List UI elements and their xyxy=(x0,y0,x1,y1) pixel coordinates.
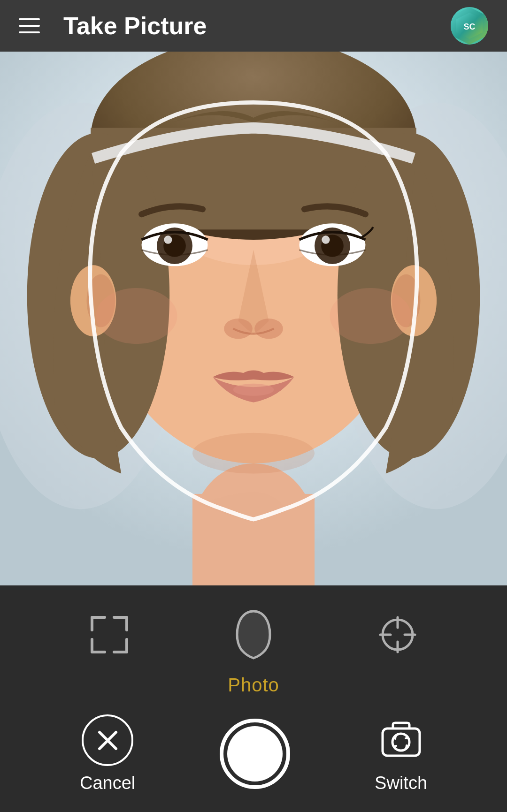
page-title: Take Picture xyxy=(63,12,451,40)
avatar-hexagon: SC xyxy=(451,7,488,45)
face-outline xyxy=(0,52,507,585)
target-icon[interactable] xyxy=(376,614,419,656)
switch-button[interactable]: Switch xyxy=(375,714,427,793)
shutter-inner xyxy=(227,726,283,782)
svg-text:SC: SC xyxy=(463,22,475,31)
menu-icon[interactable] xyxy=(19,13,45,39)
icons-row xyxy=(0,585,507,670)
cancel-button[interactable]: Cancel xyxy=(80,714,135,793)
action-row: Cancel xyxy=(0,714,507,793)
face-guide-icon[interactable] xyxy=(232,609,275,660)
camera-view xyxy=(0,52,507,585)
switch-label: Switch xyxy=(375,773,427,793)
app-header: Take Picture SC xyxy=(0,0,507,52)
bottom-controls: Photo Cancel xyxy=(0,585,507,812)
cancel-label: Cancel xyxy=(80,773,135,793)
cancel-circle xyxy=(82,714,133,766)
avatar[interactable]: SC xyxy=(451,7,488,45)
switch-camera-icon xyxy=(375,714,427,766)
corner-bracket-icon[interactable] xyxy=(88,614,131,656)
photo-label: Photo xyxy=(228,675,279,696)
shutter-button[interactable] xyxy=(220,719,290,789)
